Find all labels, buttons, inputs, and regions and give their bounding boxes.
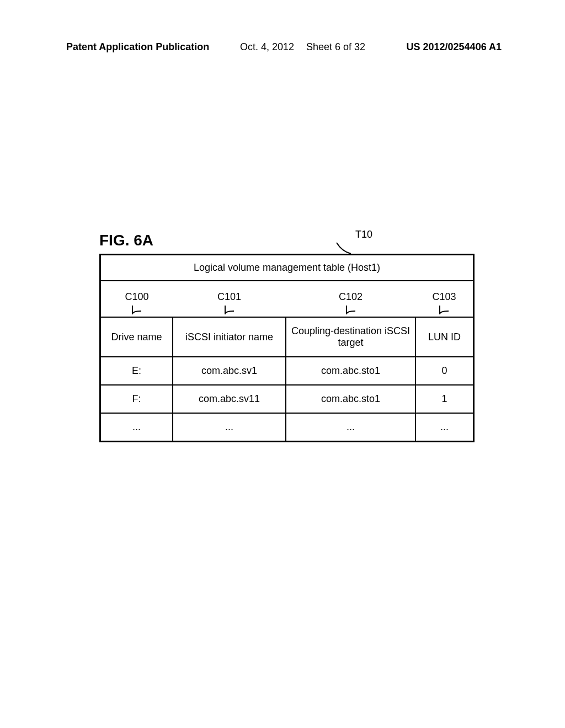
table-reference: T10 bbox=[355, 229, 372, 240]
figure-content: FIG. 6A T10 Logical volume management ta… bbox=[99, 232, 475, 442]
table-cell: 1 bbox=[415, 385, 473, 413]
column-ref-label: C101 bbox=[217, 291, 241, 302]
table-cell: com.abc.sv11 bbox=[173, 385, 286, 413]
table-cell: F: bbox=[101, 385, 173, 413]
table-header: Drive name bbox=[101, 317, 173, 357]
table-title: Logical volume management table (Host1) bbox=[101, 255, 473, 281]
table-header: LUN ID bbox=[415, 317, 473, 357]
table-cell: com.abc.sv1 bbox=[173, 357, 286, 385]
table-header: Coupling-destination iSCSI target bbox=[286, 317, 415, 357]
hook-icon bbox=[438, 304, 451, 315]
table-row: E: com.abc.sv1 com.abc.sto1 0 bbox=[101, 357, 473, 385]
figure-label: FIG. 6A bbox=[99, 232, 475, 249]
table-cell: com.abc.sto1 bbox=[286, 385, 415, 413]
column-ref-label: C100 bbox=[125, 291, 148, 302]
column-ref-0: C100 bbox=[101, 291, 173, 317]
sheet-info: Sheet 6 of 32 bbox=[306, 41, 365, 53]
hook-icon bbox=[130, 304, 143, 315]
column-ref-3: C103 bbox=[415, 291, 473, 317]
table-cell: E: bbox=[101, 357, 173, 385]
table-cell: ... bbox=[101, 413, 173, 441]
table-row: F: com.abc.sv11 com.abc.sto1 1 bbox=[101, 385, 473, 413]
hook-icon bbox=[344, 304, 358, 315]
hook-icon bbox=[223, 304, 236, 315]
column-ref-1: C101 bbox=[173, 291, 286, 317]
table-header: iSCSI initiator name bbox=[173, 317, 286, 357]
table-row: ... ... ... ... bbox=[101, 413, 473, 441]
table-cell: 0 bbox=[415, 357, 473, 385]
publication-date: Oct. 4, 2012 bbox=[240, 41, 294, 53]
leader-line-icon bbox=[335, 242, 352, 255]
logical-volume-table: Logical volume management table (Host1) … bbox=[99, 254, 475, 442]
column-references: C100 C101 C102 C103 bbox=[101, 281, 473, 317]
publication-type: Patent Application Publication bbox=[66, 41, 209, 53]
publication-number: US 2012/0254406 A1 bbox=[407, 41, 502, 53]
table-cell: ... bbox=[286, 413, 415, 441]
table-cell: ... bbox=[173, 413, 286, 441]
table-header-row: Drive name iSCSI initiator name Coupling… bbox=[101, 317, 473, 357]
table-cell: com.abc.sto1 bbox=[286, 357, 415, 385]
data-table: Drive name iSCSI initiator name Coupling… bbox=[101, 317, 473, 441]
table-cell: ... bbox=[415, 413, 473, 441]
column-ref-label: C102 bbox=[339, 291, 363, 302]
column-ref-label: C103 bbox=[432, 291, 456, 302]
column-ref-2: C102 bbox=[286, 291, 415, 317]
